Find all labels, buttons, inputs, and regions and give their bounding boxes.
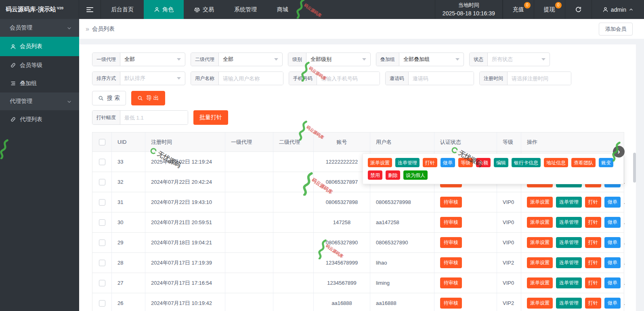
popup-view-team[interactable]: 查看团队 bbox=[571, 158, 596, 167]
popup-bank-card-info[interactable]: 银行卡信息 bbox=[512, 158, 541, 167]
action-chain-order-manage[interactable]: 连单管理 bbox=[556, 237, 582, 248]
action-dispatch-settings[interactable]: 派单设置 bbox=[527, 257, 553, 268]
action-dispatch-settings[interactable]: 派单设置 bbox=[527, 217, 553, 228]
more-actions[interactable]: ... bbox=[624, 179, 625, 185]
menu-collapse-button[interactable] bbox=[79, 0, 101, 19]
inject-amplitude-input[interactable] bbox=[120, 111, 188, 124]
more-actions[interactable]: ... bbox=[624, 240, 625, 246]
row-checkbox[interactable] bbox=[99, 159, 105, 165]
row-checkbox[interactable] bbox=[99, 199, 105, 206]
withdraw-button[interactable]: 提现 0 bbox=[534, 0, 565, 19]
action-dispatch-settings[interactable]: 派单设置 bbox=[527, 298, 553, 309]
action-make-order[interactable]: 做单 bbox=[604, 298, 621, 309]
action-dispatch-settings[interactable]: 派单设置 bbox=[527, 277, 553, 288]
action-inject[interactable]: 打针 bbox=[585, 197, 601, 208]
row-checkbox[interactable] bbox=[99, 240, 105, 246]
recharge-button[interactable]: 充值 0 bbox=[503, 0, 534, 19]
cell-agent1 bbox=[225, 273, 273, 293]
action-chain-order-manage[interactable]: 连单管理 bbox=[556, 298, 582, 309]
agent2-select[interactable]: 全部 bbox=[219, 53, 282, 66]
more-actions[interactable]: ... bbox=[624, 199, 625, 205]
more-actions[interactable]: ... bbox=[624, 280, 625, 286]
level-select[interactable]: 全部级别 bbox=[306, 53, 370, 66]
more-actions[interactable]: ... bbox=[624, 219, 625, 225]
topbar: 码云源码库-演示站V20 后台首页 角色 交易 系统管理 商城 当地时间 202… bbox=[0, 0, 644, 19]
cell-agent2 bbox=[273, 293, 314, 311]
nav-trade[interactable]: 交易 bbox=[184, 0, 224, 19]
popup-edit[interactable]: 编辑 bbox=[494, 158, 508, 167]
cell-username: aa16888 bbox=[370, 293, 434, 311]
popup-address-info[interactable]: 地址信息 bbox=[544, 158, 568, 167]
reg-time-input[interactable] bbox=[508, 72, 571, 85]
nav-system[interactable]: 系统管理 bbox=[224, 0, 267, 19]
cell-level: VIP2 bbox=[497, 293, 521, 311]
row-checkbox[interactable] bbox=[99, 260, 105, 266]
more-actions[interactable]: ... bbox=[624, 300, 625, 306]
select-all-checkbox[interactable] bbox=[99, 139, 105, 145]
sidebar-item-member-level[interactable]: 会员等级 bbox=[0, 56, 79, 74]
row-checkbox[interactable] bbox=[99, 179, 105, 185]
sidebar-item-stack-group[interactable]: 叠加组 bbox=[0, 74, 79, 92]
row-checkbox[interactable] bbox=[99, 219, 105, 226]
add-member-button[interactable]: 添加会员 bbox=[599, 23, 633, 36]
popup-account-changes[interactable]: 账变 bbox=[599, 158, 613, 167]
action-dispatch-settings[interactable]: 派单设置 bbox=[527, 197, 553, 208]
popup-scrollbar[interactable] bbox=[633, 153, 636, 183]
sidebar-item-member-list[interactable]: 会员列表 bbox=[0, 37, 79, 56]
action-make-order[interactable]: 做单 bbox=[604, 277, 621, 288]
cell-reg-time: 2024年07月18日 19:04:21 bbox=[145, 233, 225, 252]
sort-select[interactable]: 默认排序 bbox=[120, 72, 185, 85]
nav-roles[interactable]: 角色 bbox=[144, 0, 184, 19]
popup-chain-order-manage[interactable]: 连单管理 bbox=[395, 158, 420, 167]
popup-make-order[interactable]: 做单 bbox=[441, 158, 455, 167]
filter-agent2: 二级代理 全部 bbox=[191, 53, 283, 66]
filter-level: 级别 全部级别 bbox=[288, 53, 371, 66]
action-make-order[interactable]: 做单 bbox=[604, 237, 621, 248]
search-icon bbox=[98, 95, 104, 101]
popup-dispatch-settings[interactable]: 派单设置 bbox=[368, 158, 392, 167]
action-dispatch-settings[interactable]: 派单设置 bbox=[527, 237, 553, 248]
action-inject[interactable]: 打针 bbox=[585, 217, 601, 228]
export-button[interactable]: 导 出 bbox=[131, 91, 165, 105]
action-chain-order-manage[interactable]: 连单管理 bbox=[556, 217, 582, 228]
action-inject[interactable]: 打针 bbox=[585, 237, 601, 248]
popup-delete[interactable]: 删除 bbox=[386, 170, 400, 180]
username-input[interactable] bbox=[219, 72, 283, 85]
action-chain-order-manage[interactable]: 连单管理 bbox=[556, 197, 582, 208]
search-button[interactable]: 搜 索 bbox=[92, 91, 126, 105]
popup-disable[interactable]: 禁用 bbox=[368, 170, 382, 180]
more-actions[interactable]: ... bbox=[624, 260, 625, 266]
popup-level[interactable]: 等级 bbox=[458, 158, 473, 167]
user-menu[interactable]: admin bbox=[592, 0, 644, 19]
action-inject[interactable]: 打针 bbox=[585, 298, 601, 309]
popup-balance[interactable]: 余额 bbox=[476, 158, 491, 167]
invite-code-input[interactable] bbox=[409, 72, 474, 85]
action-chain-order-manage[interactable]: 连单管理 bbox=[556, 257, 582, 268]
sidebar: 会员管理 会员列表 会员等级 叠加组 代理管理 代理列表 bbox=[0, 19, 79, 311]
action-make-order[interactable]: 做单 bbox=[604, 257, 621, 268]
sidebar-group-member-management[interactable]: 会员管理 bbox=[0, 19, 79, 37]
cell-agent2 bbox=[273, 233, 314, 252]
table-scroll-right-button[interactable]: › bbox=[613, 146, 625, 158]
popup-inject[interactable]: 打针 bbox=[423, 158, 437, 167]
action-inject[interactable]: 打针 bbox=[585, 277, 601, 288]
popup-set-as-fake[interactable]: 设为假人 bbox=[403, 170, 428, 180]
row-checkbox[interactable] bbox=[99, 280, 105, 286]
refresh-button[interactable] bbox=[565, 0, 592, 19]
header-account: 账号 bbox=[314, 132, 370, 151]
sidebar-item-agent-list[interactable]: 代理列表 bbox=[0, 110, 79, 128]
nav-mall[interactable]: 商城 bbox=[267, 0, 298, 19]
sidebar-group-agent-management[interactable]: 代理管理 bbox=[0, 92, 79, 110]
action-chain-order-manage[interactable]: 连单管理 bbox=[556, 277, 582, 288]
status-select[interactable]: 所有状态 bbox=[488, 53, 550, 66]
row-checkbox[interactable] bbox=[99, 300, 105, 307]
action-inject[interactable]: 打针 bbox=[585, 257, 601, 268]
action-make-order[interactable]: 做单 bbox=[604, 197, 621, 208]
action-make-order[interactable]: 做单 bbox=[604, 217, 621, 228]
stack-group-select[interactable]: 全部叠加组 bbox=[399, 53, 464, 66]
cell-level: VIP0 bbox=[497, 273, 521, 293]
nav-dashboard[interactable]: 后台首页 bbox=[101, 0, 144, 19]
agent1-select[interactable]: 全部 bbox=[120, 53, 185, 66]
batch-inject-button[interactable]: 批量打针 bbox=[193, 110, 228, 125]
phone-input[interactable] bbox=[317, 72, 380, 85]
